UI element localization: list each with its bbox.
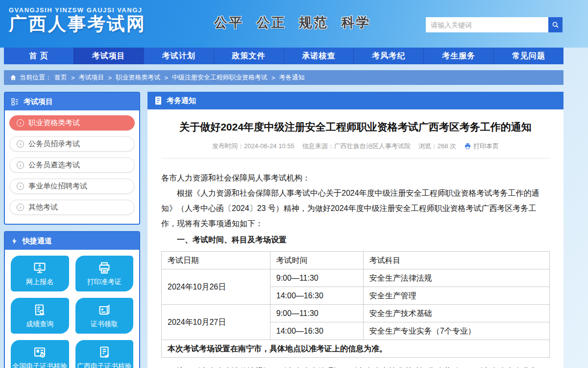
breadcrumb-separator: > xyxy=(271,74,275,81)
cell-date: 2024年10月27日 xyxy=(162,305,270,340)
grid-list-icon xyxy=(11,98,19,106)
info-source: 信息来源：广西壮族自治区人事考试院 xyxy=(302,142,411,151)
breadcrumb-item-professional-qualification[interactable]: 职业资格类考试 xyxy=(116,73,160,82)
divider xyxy=(161,158,550,158)
breadcrumb-item-safety-engineer-exam[interactable]: 中级注册安全工程师职业资格考试 xyxy=(172,73,268,82)
section-heading: 一、考试时间、科目及考场设置 xyxy=(161,232,550,247)
quick-button-label: 全国电子证书核验 xyxy=(12,362,67,368)
quick-button-label: 证书领取 xyxy=(91,320,118,329)
search-icon xyxy=(552,21,559,28)
publish-time: 发布时间：2024-06-24 10:55 xyxy=(212,142,294,151)
paragraph-basis: 根据《人力资源和社会保障部人事考试中心关于2024年度中级注册安全工程师职业资格… xyxy=(161,185,550,231)
circle-chevron-icon: › xyxy=(17,140,24,148)
article-title: 关于做好2024年度中级注册安全工程师职业资格考试广西考区考务工作的通知 xyxy=(161,120,550,134)
quick-button-label: 广西电子证书核验 xyxy=(77,362,132,368)
sidebar-item-public-institution-recruitment[interactable]: › 事业单位招聘考试 xyxy=(9,179,135,194)
breadcrumb-separator: > xyxy=(71,74,75,81)
content-area: 考试项目 › 职业资格类考试 › 公务员招录考试 › 公务员遴选考试 › 事业单… xyxy=(4,92,564,368)
guangxi-ecert-verification-button[interactable]: 广西电子证书核验 xyxy=(75,340,134,368)
exam-category-list: › 职业资格类考试 › 公务员招录考试 › 公务员遴选考试 › 事业单位招聘考试… xyxy=(5,110,139,224)
cell-time: 9:00—11:30 xyxy=(270,305,363,322)
sidebar-item-civil-servant-recruitment[interactable]: › 公务员招录考试 xyxy=(9,136,135,152)
nav-item-exam-projects[interactable]: 考试项目 xyxy=(74,48,144,64)
document-icon xyxy=(154,96,162,105)
header-exam-subject: 考试科目 xyxy=(363,252,549,269)
id-card-check-icon xyxy=(33,345,47,359)
quick-channel-panel-header: 快捷通道 xyxy=(5,232,139,250)
article: 关于做好2024年度中级注册安全工程师职业资格考试广西考区考务工作的通知 发布时… xyxy=(147,120,564,368)
table-footer-row: 本次考试考场设置在南宁市，具体地点以准考证上的信息为准。 xyxy=(162,340,550,358)
score-query-button[interactable]: 成绩查询 xyxy=(11,298,69,334)
quick-button-label: 打印准考证 xyxy=(87,278,122,287)
exam-projects-panel-header: 考试项目 xyxy=(5,93,139,110)
quick-button-label: 成绩查询 xyxy=(26,320,53,329)
printer-icon xyxy=(98,261,111,275)
circle-chevron-icon: › xyxy=(17,119,24,127)
breadcrumb-item-home[interactable]: 首页 xyxy=(54,73,67,82)
sidebar-item-label: 事业单位招聘考试 xyxy=(28,182,87,191)
doc-check-icon xyxy=(98,345,111,359)
logo-subtitle: GVANGJSIH YINZSW GAUJSI VANGJ xyxy=(9,6,146,14)
cell-date: 2024年10月26日 xyxy=(162,269,270,305)
cell-subject: 安全生产技术基础 xyxy=(363,305,549,322)
notice-panel-header: 考务通知 xyxy=(147,92,564,109)
lightning-icon xyxy=(11,237,18,245)
home-icon xyxy=(10,74,17,81)
print-page-button[interactable]: 打印本页 xyxy=(464,142,499,151)
venue-note: 本次考试考场设置在南宁市，具体地点以准考证上的信息为准。 xyxy=(162,340,550,358)
breadcrumb-separator: > xyxy=(108,74,112,81)
cell-subject: 安全生产法律法规 xyxy=(363,269,549,287)
nav-item-commitment-check[interactable]: 承诺核查 xyxy=(284,48,354,64)
article-body: 各市人力资源和社会保障局人事考试机构： 根据《人力资源和社会保障部人事考试中心关… xyxy=(161,170,550,368)
nav-item-candidate-services[interactable]: 考生服务 xyxy=(423,48,493,64)
nav-item-exam-discipline[interactable]: 考风考纪 xyxy=(353,48,423,64)
quick-channel-grid: 网上报名 打印准考证 xyxy=(5,250,139,368)
print-admission-ticket-button[interactable]: 打印准考证 xyxy=(75,256,134,291)
main-panel: 考务通知 关于做好2024年度中级注册安全工程师职业资格考试广西考区考务工作的通… xyxy=(147,92,564,368)
paragraph-salutation: 各市人力资源和社会保障局人事考试机构： xyxy=(161,170,550,185)
sidebar: 考试项目 › 职业资格类考试 › 公务员招录考试 › 公务员遴选考试 › 事业单… xyxy=(4,92,140,368)
nav-item-exam-plan[interactable]: 考试计划 xyxy=(144,48,214,64)
table-header-row: 考试日期 考试时间 考试科目 xyxy=(162,252,550,269)
cell-subject: 安全生产专业实务（7个专业） xyxy=(363,322,549,340)
sidebar-item-label: 公务员遴选考试 xyxy=(28,160,80,170)
sidebar-item-civil-servant-selection[interactable]: › 公务员遴选考试 xyxy=(9,158,135,173)
circle-chevron-icon: › xyxy=(17,204,24,211)
certificate-collection-button[interactable]: 证书领取 xyxy=(75,298,134,334)
sidebar-item-label: 职业资格类考试 xyxy=(28,118,80,128)
nav-item-policy-docs[interactable]: 政策文件 xyxy=(214,48,284,64)
quick-channel-panel-title: 快捷通道 xyxy=(23,237,52,246)
monitor-user-icon xyxy=(33,261,47,275)
score-search-icon xyxy=(33,303,47,317)
breadcrumb: 当前位置： 首页 > 考试项目 > 职业资格类考试 > 中级注册安全工程师职业资… xyxy=(4,70,564,85)
view-count: 浏览：268 次 xyxy=(418,142,456,151)
breadcrumb-separator: > xyxy=(164,74,168,81)
search-box xyxy=(426,17,563,32)
certificate-icon xyxy=(98,303,111,317)
site-logo: GVANGJSIH YINZSW GAUJSI VANGJ 广西人事考试网 xyxy=(9,6,146,35)
nav-item-faq[interactable]: 常见问题 xyxy=(493,48,564,64)
online-registration-button[interactable]: 网上报名 xyxy=(11,256,69,291)
paragraph-note: 注：《安全生产法律法规》、《安全生产管理》、《安全生产技术基础》为公共科目，《安… xyxy=(161,364,550,368)
main-nav: 首 页 考试项目 考试计划 政策文件 承诺核查 考风考纪 考生服务 常见问题 xyxy=(4,48,564,64)
search-input[interactable] xyxy=(426,17,548,32)
printer-icon xyxy=(464,143,471,150)
site-slogan: 公平 公正 规范 科学 xyxy=(214,14,371,31)
breadcrumb-item-exam-projects[interactable]: 考试项目 xyxy=(79,73,104,82)
sidebar-item-label: 其他考试 xyxy=(28,203,58,212)
nav-item-home[interactable]: 首 页 xyxy=(4,48,74,64)
breadcrumb-prefix: 当前位置： xyxy=(20,73,51,82)
sidebar-item-professional-qualification[interactable]: › 职业资格类考试 xyxy=(9,115,135,131)
sidebar-item-other-exams[interactable]: › 其他考试 xyxy=(9,200,135,215)
quick-channel-panel: 快捷通道 网上报名 xyxy=(4,231,140,368)
print-page-label: 打印本页 xyxy=(473,142,499,151)
circle-chevron-icon: › xyxy=(17,161,24,169)
exam-schedule-table: 考试日期 考试时间 考试科目 2024年10月26日 9:00—11:30 安全… xyxy=(161,251,550,358)
circle-chevron-icon: › xyxy=(17,183,24,190)
search-button[interactable] xyxy=(548,17,563,32)
exam-projects-panel-title: 考试项目 xyxy=(24,97,53,106)
breadcrumb-item-exam-notice[interactable]: 考务通知 xyxy=(279,73,304,82)
article-meta: 发布时间：2024-06-24 10:55 信息来源：广西壮族自治区人事考试院 … xyxy=(161,142,550,151)
cell-subject: 安全生产管理 xyxy=(363,287,549,305)
national-ecert-verification-button[interactable]: 全国电子证书核验 xyxy=(11,340,69,368)
